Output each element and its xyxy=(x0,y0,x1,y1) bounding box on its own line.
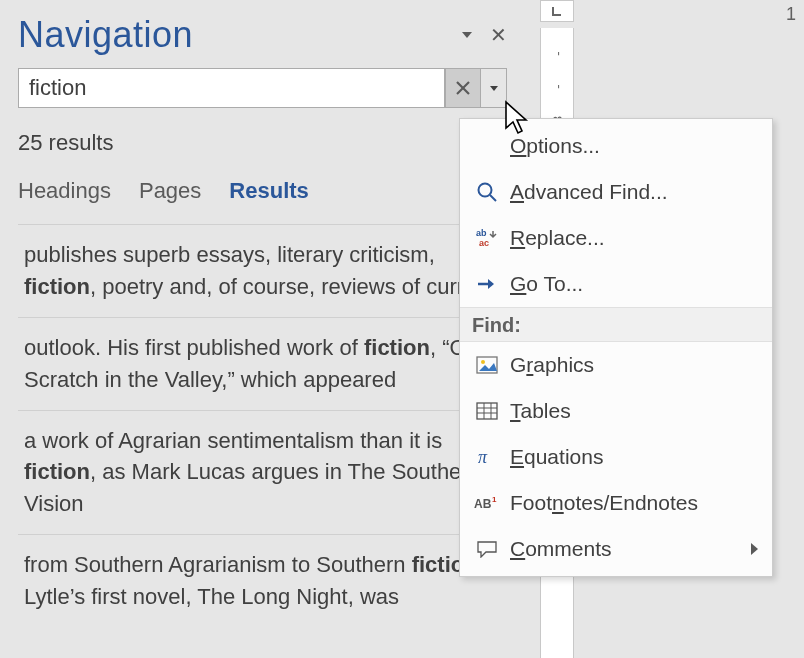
menu-label: Options... xyxy=(510,134,758,158)
tab-stop-icon xyxy=(550,4,564,18)
svg-text:π: π xyxy=(478,447,488,467)
search-result-item[interactable]: a work of Agrarian sentimentalism than i… xyxy=(18,410,507,535)
search-result-item[interactable]: outlook. His first published work of fic… xyxy=(18,317,507,410)
pane-options-dropdown[interactable] xyxy=(462,32,472,38)
menu-label: Go To... xyxy=(510,272,758,296)
chevron-down-icon xyxy=(490,86,498,91)
close-icon xyxy=(455,80,471,96)
results-count: 25 results xyxy=(18,130,113,156)
equation-icon: π xyxy=(470,447,504,467)
table-icon xyxy=(470,402,504,420)
ruler-corner[interactable] xyxy=(540,0,574,22)
nav-tabs: Headings Pages Results xyxy=(18,178,507,204)
ruler-tick: - xyxy=(550,71,565,103)
results-summary-row: 25 results ▲ xyxy=(18,128,507,158)
result-text-pre: outlook. His first published work of xyxy=(24,335,364,360)
menu-find-comments[interactable]: Comments xyxy=(460,526,772,572)
clear-search-button[interactable] xyxy=(445,68,481,108)
search-icon xyxy=(470,181,504,203)
search-options-dropdown[interactable] xyxy=(481,68,507,108)
tab-headings[interactable]: Headings xyxy=(18,178,111,204)
menu-label: Footnotes/Endnotes xyxy=(510,491,758,515)
svg-point-2 xyxy=(479,184,492,197)
search-result-item[interactable]: from Southern Agrarianism to Southern fi… xyxy=(18,534,507,627)
graphics-icon xyxy=(470,356,504,374)
replace-icon: abac xyxy=(470,228,504,248)
menu-label: Advanced Find... xyxy=(510,180,758,204)
svg-line-3 xyxy=(490,195,496,201)
search-input[interactable] xyxy=(18,68,445,108)
tab-results[interactable]: Results xyxy=(229,178,308,204)
result-text-pre: a work of Agrarian sentimentalism than i… xyxy=(24,428,442,453)
result-text-pre: from Southern Agrarianism to Southern xyxy=(24,552,412,577)
svg-rect-9 xyxy=(477,403,497,419)
navigation-header: Navigation ✕ xyxy=(18,7,507,62)
svg-point-8 xyxy=(481,360,485,364)
page-indicator: 1 xyxy=(786,4,796,25)
menu-options[interactable]: Options... xyxy=(460,123,772,169)
menu-label: Equations xyxy=(510,445,758,469)
search-result-item[interactable]: publishes superb essays, literary critic… xyxy=(18,224,507,317)
nav-header-actions: ✕ xyxy=(462,25,507,45)
navigation-pane: Navigation ✕ 25 results ▲ Headings Pages… xyxy=(0,0,525,658)
submenu-arrow-icon xyxy=(751,543,758,555)
svg-text:1: 1 xyxy=(492,495,497,504)
menu-find-graphics[interactable]: Graphics xyxy=(460,342,772,388)
navigation-title: Navigation xyxy=(18,14,193,56)
search-row xyxy=(18,68,507,108)
result-keyword: fiction xyxy=(364,335,430,360)
menu-replace[interactable]: abac Replace... xyxy=(460,215,772,261)
search-results-list: publishes superb essays, literary critic… xyxy=(18,224,507,627)
svg-text:ab: ab xyxy=(476,228,487,238)
tab-pages[interactable]: Pages xyxy=(139,178,201,204)
menu-goto[interactable]: Go To... xyxy=(460,261,772,307)
result-text-post: , as Mark Lucas argues in The Southern V… xyxy=(24,459,481,516)
menu-label: Comments xyxy=(510,537,751,561)
search-options-menu: Options... Advanced Find... abac Replace… xyxy=(459,118,773,577)
result-text-post: , poetry and, of course, reviews of curr… xyxy=(90,274,495,299)
menu-label: Replace... xyxy=(510,226,758,250)
menu-label: Graphics xyxy=(510,353,758,377)
menu-advanced-find[interactable]: Advanced Find... xyxy=(460,169,772,215)
close-pane-button[interactable]: ✕ xyxy=(490,25,507,45)
menu-section-find: Find: xyxy=(460,307,772,342)
footnote-icon: AB1 xyxy=(470,494,504,512)
menu-find-tables[interactable]: Tables xyxy=(460,388,772,434)
svg-text:ac: ac xyxy=(479,238,489,248)
goto-icon xyxy=(470,276,504,292)
menu-find-equations[interactable]: π Equations xyxy=(460,434,772,480)
menu-find-footnotes[interactable]: AB1 Footnotes/Endnotes xyxy=(460,480,772,526)
result-text-pre: publishes superb essays, literary critic… xyxy=(24,242,435,267)
result-keyword: fiction xyxy=(24,459,90,484)
menu-label: Tables xyxy=(510,399,758,423)
ruler-tick: - xyxy=(550,38,565,70)
comment-icon xyxy=(470,540,504,558)
result-keyword: fiction xyxy=(24,274,90,299)
svg-text:AB: AB xyxy=(474,497,492,511)
